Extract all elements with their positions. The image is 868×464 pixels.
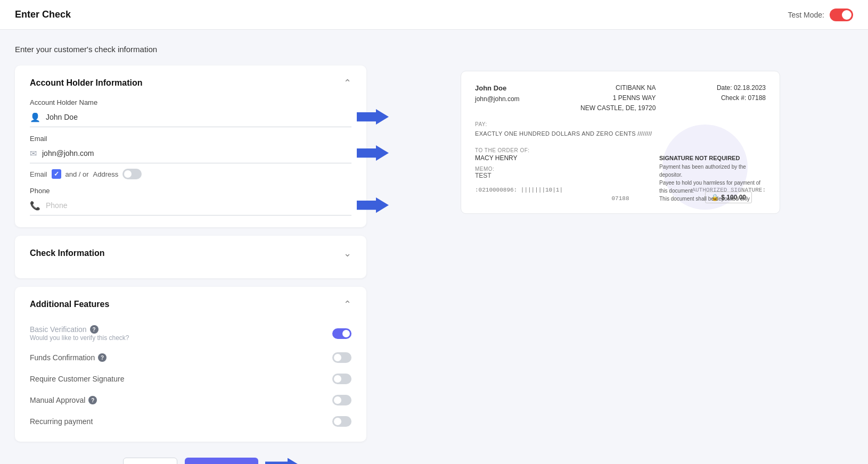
basic-verification-label-area: Basic Verification ?	[30, 325, 129, 334]
additional-features-section: Additional Features ⌃ Basic Verification…	[15, 287, 366, 442]
check-date-info: Date: 02.18.2023 Check #: 07188	[717, 83, 766, 114]
check-holder-info: John Doe john@john.com	[475, 83, 520, 114]
account-holder-title: Account Holder Information	[30, 78, 143, 88]
svg-marker-0	[357, 109, 389, 125]
check-holder-name: John Doe	[475, 83, 520, 94]
require-signature-toggle[interactable]	[332, 374, 351, 384]
bottom-buttons: Cancel Enter Check	[15, 458, 366, 464]
name-input[interactable]	[46, 110, 351, 125]
require-signature-label-area: Require Customer Signature	[30, 375, 124, 383]
email-icon: ✉	[30, 148, 37, 159]
email-checkbox[interactable]	[52, 169, 61, 179]
additional-features-title: Additional Features	[30, 300, 109, 309]
page-title: Enter Check	[15, 9, 71, 20]
address-label: Address	[93, 170, 119, 178]
check-date-value: 02.18.2023	[734, 84, 766, 92]
account-holder-section: Account Holder Information ⌃ Account Hol…	[15, 65, 366, 227]
additional-features-chevron[interactable]: ⌃	[343, 299, 351, 310]
check-num: Check #: 07188	[717, 93, 766, 103]
top-bar: Enter Check Test Mode:	[0, 0, 868, 30]
check-bank-address2: NEW CASTLE, DE, 19720	[580, 103, 656, 113]
recurring-payment-label: Recurring payment	[30, 417, 93, 426]
cancel-button[interactable]: Cancel	[123, 458, 177, 464]
check-info-section: Check Information ⌄	[15, 236, 366, 278]
check-pay-line: EXACTLY ONE HUNDRED DOLLARS AND ZERO CEN…	[475, 130, 652, 137]
check-bank-name: CITIBANK NA	[580, 83, 656, 93]
check-date: Date: 02.18.2023	[717, 83, 766, 93]
check-date-label: Date:	[717, 84, 732, 92]
check-sig-text2: Payee to hold you harmless for payment o…	[659, 179, 766, 195]
phone-input-row: 📞	[30, 198, 351, 216]
check-bank-address1: 1 PENNS WAY	[580, 93, 656, 103]
test-mode-label: Test Mode:	[788, 11, 824, 19]
check-top-row: John Doe john@john.com CITIBANK NA 1 PEN…	[475, 83, 766, 114]
address-toggle[interactable]	[122, 169, 142, 179]
phone-label: Phone	[30, 187, 351, 195]
check-num-value: 07188	[748, 94, 766, 102]
check-pay-label: PAY:	[475, 121, 766, 127]
manual-approval-row: Manual Approval ?	[30, 390, 351, 411]
left-panel: Account Holder Information ⌃ Account Hol…	[15, 65, 366, 464]
email-input[interactable]	[42, 146, 351, 161]
additional-features-header: Additional Features ⌃	[30, 299, 351, 310]
manual-approval-label-area: Manual Approval ?	[30, 396, 97, 404]
test-mode-area: Test Mode:	[788, 9, 853, 21]
manual-approval-label: Manual Approval	[30, 396, 85, 404]
phone-arrow	[357, 197, 389, 216]
check-sig-text3: This document shall be deposited only	[659, 195, 766, 203]
check-preview: John Doe john@john.com CITIBANK NA 1 PEN…	[461, 71, 780, 214]
basic-verification-toggle[interactable]	[332, 328, 351, 339]
check-info-header: Check Information ⌄	[30, 247, 351, 259]
name-arrow	[357, 109, 389, 127]
account-holder-chevron[interactable]: ⌃	[343, 77, 351, 89]
enter-check-button[interactable]: Enter Check	[185, 458, 258, 464]
require-signature-row: Require Customer Signature	[30, 368, 351, 390]
check-sig-text1: Payment has been authorized by the depos…	[659, 163, 766, 179]
funds-confirmation-toggle[interactable]	[332, 352, 351, 363]
check-routing: :0210000896: |||||||10|1|	[475, 187, 563, 193]
manual-approval-help[interactable]: ?	[88, 396, 97, 404]
svg-marker-1	[357, 145, 389, 161]
email-input-row: ✉	[30, 146, 351, 163]
check-bank-info: CITIBANK NA 1 PENNS WAY NEW CASTLE, DE, …	[580, 83, 656, 114]
check-signature-box: SIGNATURE NOT REQUIRED Payment has been …	[659, 154, 766, 203]
basic-verification-sub: Would you like to verify this check?	[30, 334, 129, 342]
basic-verification-help[interactable]: ?	[90, 325, 99, 334]
funds-confirmation-row: Funds Confirmation ?	[30, 347, 351, 368]
page-subtitle: Enter your customer's check information	[15, 45, 853, 54]
right-panel: John Doe john@john.com CITIBANK NA 1 PEN…	[388, 65, 853, 214]
phone-input[interactable]	[46, 198, 351, 213]
phone-icon: 📞	[30, 201, 40, 211]
account-holder-header: Account Holder Information ⌃	[30, 77, 351, 89]
basic-verification-row: Basic Verification ? Would you like to v…	[30, 320, 351, 347]
basic-verification-group: Basic Verification ? Would you like to v…	[30, 325, 129, 342]
check-info-chevron[interactable]: ⌄	[343, 247, 351, 259]
check-info-title: Check Information	[30, 248, 104, 258]
check-holder-email: john@john.com	[475, 94, 520, 104]
and-or-text: and / or	[65, 170, 89, 178]
email-label: Email	[30, 135, 351, 143]
check-num-label: Check #:	[721, 94, 746, 102]
email-arrow	[357, 145, 389, 163]
funds-confirmation-label: Funds Confirmation	[30, 353, 95, 362]
check-sig-title: SIGNATURE NOT REQUIRED	[659, 154, 766, 163]
require-signature-label: Require Customer Signature	[30, 375, 124, 383]
recurring-payment-row: Recurring payment	[30, 411, 351, 432]
svg-marker-2	[357, 197, 389, 213]
enter-check-arrow	[265, 458, 302, 465]
funds-confirmation-label-area: Funds Confirmation ?	[30, 353, 107, 362]
recurring-payment-toggle[interactable]	[332, 416, 351, 427]
test-mode-toggle[interactable]	[830, 9, 853, 21]
manual-approval-toggle[interactable]	[332, 395, 351, 405]
email-and-label: Email	[30, 170, 47, 178]
name-input-row: 👤	[30, 110, 351, 127]
svg-marker-3	[265, 458, 302, 465]
funds-confirmation-help[interactable]: ?	[98, 353, 107, 362]
name-label: Account Holder Name	[30, 98, 351, 106]
recurring-payment-label-area: Recurring payment	[30, 417, 93, 426]
check-pay-row: PAY:	[475, 121, 766, 127]
basic-verification-label: Basic Verification	[30, 325, 87, 334]
person-icon: 👤	[30, 112, 40, 122]
email-address-row: Email and / or Address	[30, 169, 351, 179]
